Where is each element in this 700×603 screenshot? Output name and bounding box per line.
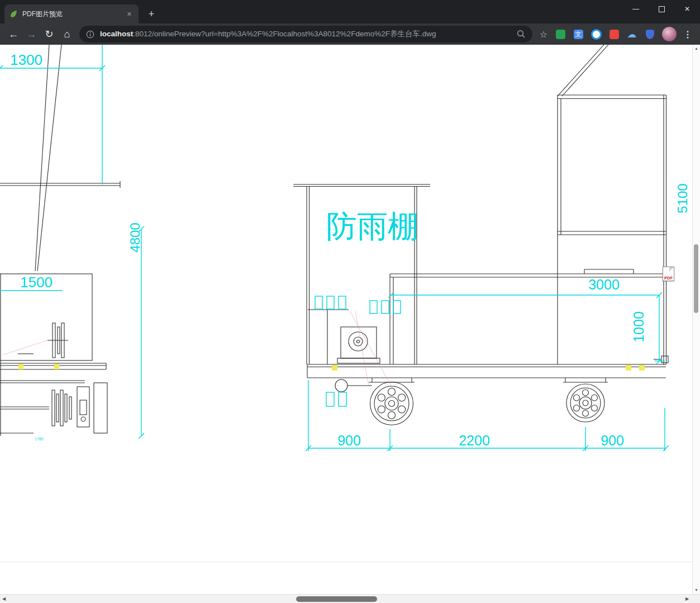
blue-ring-icon xyxy=(591,29,602,40)
scroll-down-icon[interactable]: ▼ xyxy=(693,587,700,593)
cad-dimension-lines xyxy=(0,45,669,451)
bookmark-star-icon[interactable]: ☆ xyxy=(536,29,551,40)
content-divider xyxy=(0,562,700,562)
browser-window: PDF图片预览 ✕ + — ✕ ← → ↻ ⌂ localhost:8012/o… xyxy=(0,0,700,603)
extension-icon-translate[interactable]: 文 xyxy=(569,25,587,43)
url-path: :8012/onlinePreview?url=http%3A%2F%2Floc… xyxy=(133,30,436,38)
forward-button[interactable]: → xyxy=(22,25,40,43)
dim-900-right: 900 xyxy=(601,433,624,448)
zoom-icon[interactable] xyxy=(517,30,526,39)
dim-1000: 1000 xyxy=(631,311,646,343)
dim-4800: 4800 xyxy=(127,222,142,252)
tab-close-icon[interactable]: ✕ xyxy=(125,10,134,19)
address-bar[interactable]: localhost:8012/onlinePreview?url=http%3A… xyxy=(79,26,532,42)
shelter-label: 防雨棚 xyxy=(326,209,418,244)
window-controls: — ✕ xyxy=(623,0,700,18)
extension-icon-green[interactable] xyxy=(551,25,569,43)
vertical-scroll-thumb[interactable] xyxy=(694,244,698,313)
cloud-icon: ☁ xyxy=(627,29,637,40)
green-square-icon xyxy=(556,30,565,39)
horizontal-scrollbar[interactable]: ◀ ▶ xyxy=(0,594,700,603)
page-content: 1300 4800 1500 防雨棚 5100 3000 1000 900 22… xyxy=(0,45,700,594)
toolbar: ← → ↻ ⌂ localhost:8012/onlinePreview?url… xyxy=(0,23,700,45)
profile-avatar[interactable] xyxy=(662,27,677,41)
close-button[interactable]: ✕ xyxy=(674,0,700,18)
extension-icon-red[interactable] xyxy=(605,25,623,43)
home-button[interactable]: ⌂ xyxy=(58,25,76,43)
horizontal-scroll-thumb[interactable] xyxy=(296,596,377,602)
dim-5100: 5100 xyxy=(675,183,690,213)
maximize-button[interactable] xyxy=(649,0,674,18)
pdf-badge-label: PDF xyxy=(664,276,673,281)
maximize-icon xyxy=(659,6,665,12)
tab-pdf-preview[interactable]: PDF图片预览 ✕ xyxy=(4,4,139,23)
dim-900-left: 900 xyxy=(337,433,361,448)
scroll-left-icon[interactable]: ◀ xyxy=(0,595,8,603)
tab-title: PDF图片预览 xyxy=(22,10,125,19)
reload-button[interactable]: ↻ xyxy=(40,25,58,43)
url-text: localhost:8012/onlinePreview?url=http%3A… xyxy=(100,29,517,39)
spring-leaf-favicon xyxy=(9,10,18,18)
red-square-icon xyxy=(609,30,619,39)
shield-icon xyxy=(646,30,654,39)
minimize-button[interactable]: — xyxy=(623,0,649,18)
browser-menu-icon[interactable]: ⋮ xyxy=(680,29,696,40)
dim-3000: 3000 xyxy=(588,277,620,292)
dim-1300: 1300 xyxy=(10,51,42,68)
extension-icon-cloud[interactable]: ☁ xyxy=(623,25,641,43)
translate-icon: 文 xyxy=(574,30,583,39)
back-button[interactable]: ← xyxy=(4,25,22,43)
scroll-right-icon[interactable]: ▶ xyxy=(683,595,691,603)
extension-icon-shield[interactable] xyxy=(641,25,659,43)
small-note-text: 1785 xyxy=(35,437,44,441)
vertical-scrollbar[interactable]: ▲ ▼ xyxy=(692,45,700,594)
titlebar: PDF图片预览 ✕ + — ✕ xyxy=(0,0,700,23)
cad-drawing: 1300 4800 1500 防雨棚 5100 3000 1000 900 22… xyxy=(0,45,700,562)
url-host: localhost xyxy=(100,30,133,38)
cad-dimension-text: 1300 4800 1500 防雨棚 5100 3000 1000 900 22… xyxy=(10,51,690,448)
dim-1500: 1500 xyxy=(20,274,53,291)
scroll-up-icon[interactable]: ▲ xyxy=(693,46,700,51)
dim-2200: 2200 xyxy=(459,433,490,448)
pdf-badge[interactable]: PDF xyxy=(663,267,674,281)
info-icon[interactable] xyxy=(86,30,94,39)
extension-icon-blue-circle[interactable] xyxy=(587,25,605,43)
new-tab-button[interactable]: + xyxy=(144,7,159,21)
